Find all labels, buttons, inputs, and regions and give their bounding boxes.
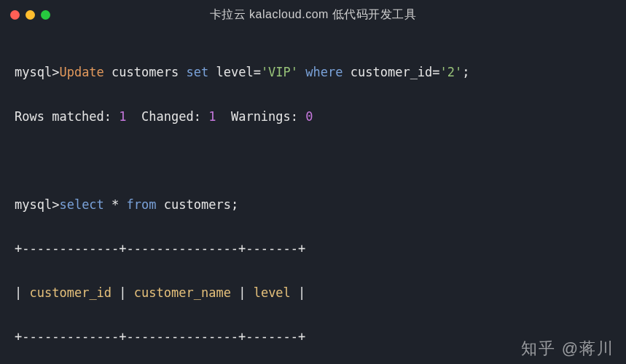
field-name: level	[216, 65, 253, 79]
warnings-label: Warnings:	[231, 109, 298, 124]
changed-count: 1	[208, 109, 216, 124]
value-literal: 'VIP'	[261, 65, 298, 79]
kw-from: from	[127, 197, 157, 212]
col-header-3: level	[254, 285, 291, 300]
star: *	[111, 197, 119, 212]
result-line-1: Rows matched: 1 Changed: 1 Warnings: 0	[15, 106, 611, 127]
kw-update: Update	[59, 65, 103, 79]
warnings-count: 0	[305, 109, 313, 124]
terminal-output: mysql>Update customers set level='VIP' w…	[0, 29, 626, 364]
kw-select: select	[59, 197, 103, 212]
col-header-1: customer_id	[30, 285, 112, 300]
mysql-prompt: mysql>	[15, 197, 59, 212]
changed-label: Changed:	[141, 109, 201, 124]
window-title: 卡拉云 kalacloud.com 低代码开发工具	[0, 7, 626, 23]
matched-label: Rows matched:	[15, 109, 111, 124]
mysql-prompt: mysql>	[15, 65, 59, 79]
cond-value: '2'	[440, 65, 463, 79]
query-line-1: mysql>Update customers set level='VIP' w…	[15, 61, 611, 83]
kw-set: set	[186, 65, 208, 79]
matched-count: 1	[119, 109, 126, 124]
blank-line	[15, 149, 611, 171]
query-line-2: mysql>select * from customers;	[15, 194, 611, 215]
kw-where: where	[305, 65, 343, 79]
watermark: 知乎 @蒋川	[521, 338, 614, 360]
table-border-top: +-------------+---------------+-------+	[15, 237, 611, 259]
col-header-2: customer_name	[134, 285, 231, 300]
table-header-row: | customer_id | customer_name | level |	[15, 282, 611, 304]
window-title-bar: 卡拉云 kalacloud.com 低代码开发工具	[0, 0, 626, 29]
table-name: customers	[164, 197, 231, 212]
cond-field: customer_id	[351, 65, 433, 79]
table-name: customers	[111, 65, 179, 79]
